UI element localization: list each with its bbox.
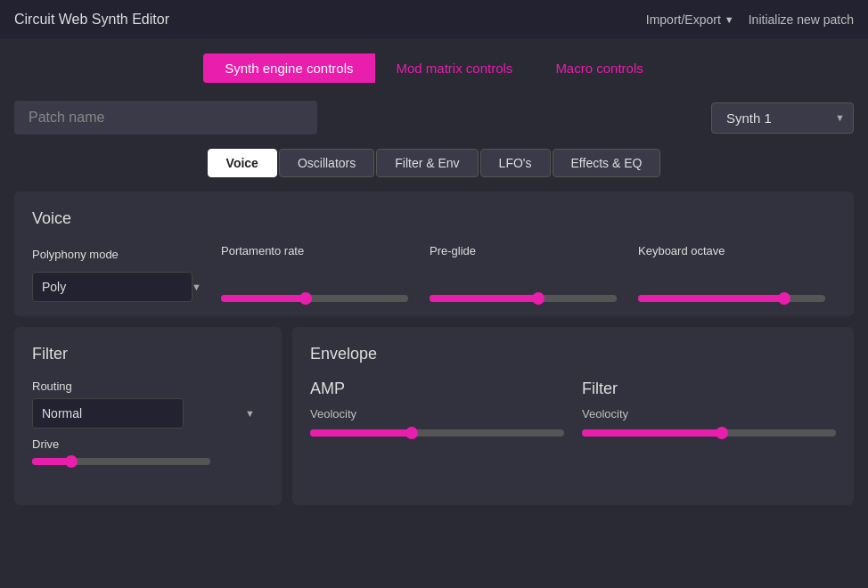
polyphony-mode-label: Polyphony mode <box>32 248 210 261</box>
import-export-button[interactable]: Import/Export ▼ <box>646 12 734 27</box>
filter-section: Filter Routing Normal Series Parallel Dr… <box>14 327 282 505</box>
amp-title: AMP <box>310 380 564 398</box>
portamento-rate-slider-track[interactable] <box>221 295 408 302</box>
filter-env-title: Filter <box>582 380 836 398</box>
sub-tab-lfos[interactable]: LFO's <box>480 149 551 177</box>
voice-section: Voice Polyphony mode Poly Mono Legato Po… <box>14 192 854 316</box>
routing-select[interactable]: Normal Series Parallel <box>32 398 184 429</box>
keyboard-octave-slider-fill <box>638 295 784 302</box>
keyboard-octave-group: Keyboard octave <box>627 244 836 302</box>
filter-section-title: Filter <box>32 345 264 363</box>
portamento-rate-label: Portamento rate <box>221 244 408 257</box>
envelope-section: Envelope AMP Veolocity Filter Veolocity <box>292 327 854 505</box>
portamento-rate-group: Portamento rate <box>210 244 419 302</box>
routing-select-wrap: Normal Series Parallel <box>32 398 264 429</box>
header-actions: Import/Export ▼ Initialize new patch <box>646 12 854 27</box>
voice-controls: Polyphony mode Poly Mono Legato Portamen… <box>32 244 836 302</box>
main-content: Voice Polyphony mode Poly Mono Legato Po… <box>0 181 868 516</box>
amp-velocity-slider-fill <box>310 429 412 437</box>
tab-macro-controls[interactable]: Macro controls <box>534 53 664 83</box>
filter-env-col: Filter Veolocity <box>582 380 836 437</box>
sub-tab-voice[interactable]: Voice <box>208 149 277 177</box>
portamento-rate-slider-thumb[interactable] <box>299 292 312 305</box>
chevron-down-icon: ▼ <box>725 14 734 25</box>
patch-name-row: Synth 1 Synth 2 <box>0 94 868 142</box>
tab-mod-matrix-controls[interactable]: Mod matrix controls <box>375 53 535 83</box>
filter-env-velocity-slider-track[interactable] <box>582 429 836 437</box>
routing-label: Routing <box>32 380 264 393</box>
sub-tab-oscillators[interactable]: Oscillators <box>279 149 374 177</box>
filter-env-velocity-slider-fill <box>582 429 722 437</box>
pre-glide-label: Pre-glide <box>430 244 617 257</box>
bottom-row: Filter Routing Normal Series Parallel Dr… <box>14 327 854 505</box>
sub-tab-effects-eq[interactable]: Effects & EQ <box>553 149 661 177</box>
polyphony-mode-group: Polyphony mode Poly Mono Legato <box>32 248 210 302</box>
drive-slider-track[interactable] <box>32 458 210 465</box>
synth-selector[interactable]: Synth 1 Synth 2 <box>711 102 854 134</box>
filter-env-velocity-label: Veolocity <box>582 407 836 421</box>
portamento-rate-slider-fill <box>221 295 306 302</box>
synth-selector-wrap: Synth 1 Synth 2 <box>711 102 854 134</box>
envelope-section-title: Envelope <box>310 345 836 363</box>
drive-label: Drive <box>32 437 264 451</box>
initialize-patch-button[interactable]: Initialize new patch <box>749 12 854 27</box>
sub-tab-filter-env[interactable]: Filter & Env <box>376 149 478 177</box>
polyphony-mode-select[interactable]: Poly Mono Legato <box>32 272 192 302</box>
pre-glide-group: Pre-glide <box>419 244 627 302</box>
voice-section-title: Voice <box>32 209 836 228</box>
keyboard-octave-label: Keyboard octave <box>638 244 825 257</box>
pre-glide-slider-thumb[interactable] <box>532 292 545 305</box>
synth-selector-wrap-inner: Synth 1 Synth 2 <box>711 102 854 134</box>
filter-env-velocity-slider-thumb[interactable] <box>716 427 728 439</box>
keyboard-octave-slider-thumb[interactable] <box>778 292 790 305</box>
amp-velocity-slider-track[interactable] <box>310 429 564 437</box>
keyboard-octave-slider-track[interactable] <box>638 295 825 302</box>
app-title: Circuit Web Synth Editor <box>14 12 169 28</box>
amp-velocity-label: Veolocity <box>310 407 564 421</box>
patch-name-input[interactable] <box>14 101 317 135</box>
sub-tab-bar: Voice Oscillators Filter & Env LFO's Eff… <box>0 142 868 181</box>
amp-velocity-slider-thumb[interactable] <box>405 427 418 439</box>
amp-col: AMP Veolocity <box>310 380 564 437</box>
drive-slider-thumb[interactable] <box>65 455 78 468</box>
pre-glide-slider-fill <box>430 295 538 302</box>
header: Circuit Web Synth Editor Import/Export ▼… <box>0 0 868 39</box>
envelope-inner: AMP Veolocity Filter Veolocity <box>310 380 836 437</box>
tab-synth-engine-controls[interactable]: Synth engine controls <box>203 53 374 83</box>
poly-select-wrap: Poly Mono Legato <box>32 272 210 302</box>
pre-glide-slider-track[interactable] <box>430 295 617 302</box>
main-tab-bar: Synth engine controls Mod matrix control… <box>0 39 868 94</box>
